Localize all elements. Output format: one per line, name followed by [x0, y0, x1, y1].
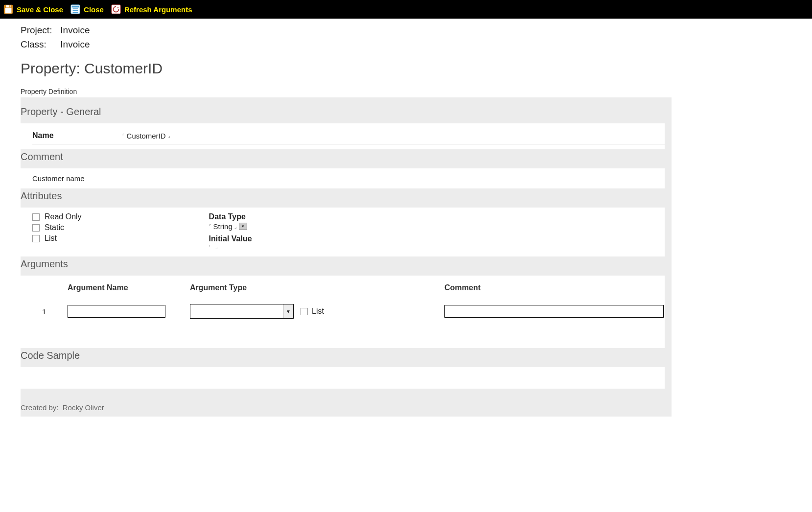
arguments-col-name: Argument Name	[68, 283, 190, 292]
argument-name-input[interactable]	[68, 305, 165, 318]
attributes-value-column: Data Type String ▼ Initial Value	[209, 212, 252, 250]
project-label: Project:	[21, 23, 58, 38]
bracket-close-icon	[168, 133, 170, 139]
comment-value: Customer name	[32, 174, 85, 183]
arguments-col-comment: Comment	[444, 283, 689, 292]
bracket-close-icon	[234, 224, 237, 229]
data-type-dropdown-icon[interactable]: ▼	[239, 223, 247, 230]
refresh-icon	[111, 4, 121, 15]
static-label: Static	[45, 223, 64, 232]
checkbox-icon	[301, 308, 308, 315]
name-row: Name CustomerID	[32, 128, 665, 144]
list-checkbox[interactable]: List	[32, 234, 82, 243]
created-by-line: Created by: Rocky Oliver	[21, 403, 672, 412]
project-value: Invoice	[60, 25, 90, 35]
bracket-close-icon	[215, 244, 218, 250]
svg-rect-1	[5, 8, 12, 13]
name-label: Name	[32, 131, 54, 140]
project-line: Project: Invoice	[21, 23, 672, 38]
argument-comment-input[interactable]	[444, 305, 664, 318]
attributes-checkbox-column: Read Only Static List	[32, 212, 82, 250]
svg-rect-5	[72, 6, 79, 8]
chevron-down-icon: ▼	[283, 304, 293, 318]
close-label: Close	[84, 5, 104, 14]
section-arguments-title: Arguments	[21, 258, 672, 270]
argument-list-label: List	[312, 307, 324, 316]
created-by-label: Created by:	[21, 403, 59, 412]
save-and-close-button[interactable]: Save & Close	[3, 4, 63, 15]
bracket-open-icon	[209, 244, 211, 250]
general-panel: Name CustomerID	[21, 123, 665, 149]
data-type-field[interactable]: String ▼	[209, 222, 252, 231]
property-definition-caption: Property Definition	[21, 88, 672, 95]
refresh-arguments-label: Refresh Arguments	[124, 5, 192, 14]
created-by-value: Rocky Oliver	[63, 403, 104, 412]
close-button[interactable]: Close	[70, 4, 104, 15]
data-type-value: String	[212, 222, 233, 231]
svg-rect-8	[73, 12, 78, 13]
svg-rect-6	[73, 8, 78, 9]
class-label: Class:	[21, 38, 58, 52]
class-line: Class: Invoice	[21, 38, 672, 52]
arguments-header-row: Argument Name Argument Type Comment	[32, 283, 665, 304]
page-body: Project: Invoice Class: Invoice Property…	[0, 19, 672, 436]
name-field[interactable]: CustomerID	[122, 132, 170, 140]
checkbox-icon	[32, 213, 40, 221]
svg-rect-7	[73, 10, 78, 11]
section-comment-title: Comment	[21, 151, 672, 163]
section-attributes-title: Attributes	[21, 190, 672, 202]
static-checkbox[interactable]: Static	[32, 223, 82, 232]
name-value: CustomerID	[126, 132, 167, 140]
checkbox-icon	[32, 224, 40, 232]
toolbar: Save & Close Close Refresh Arguments	[0, 0, 812, 19]
initial-value-label: Initial Value	[209, 234, 252, 243]
comment-panel[interactable]: Customer name	[21, 168, 665, 188]
class-value: Invoice	[60, 39, 90, 49]
sections-container: Property - General Name CustomerID Comme…	[21, 97, 672, 417]
save-close-icon	[3, 4, 14, 15]
refresh-arguments-button[interactable]: Refresh Arguments	[111, 4, 192, 15]
argument-type-select[interactable]: ▼	[190, 304, 294, 319]
argument-list-checkbox[interactable]: List	[301, 307, 324, 316]
attributes-panel: Read Only Static List Data Type String	[21, 208, 665, 256]
readonly-label: Read Only	[45, 212, 82, 221]
save-and-close-label: Save & Close	[17, 5, 63, 14]
code-sample-panel[interactable]	[21, 367, 665, 389]
data-type-label: Data Type	[209, 212, 252, 221]
arguments-col-type: Argument Type	[190, 283, 444, 292]
initial-value-field[interactable]	[209, 244, 252, 250]
svg-rect-2	[6, 5, 10, 8]
section-general-title: Property - General	[21, 106, 672, 117]
checkbox-icon	[32, 235, 40, 242]
svg-rect-3	[9, 5, 10, 8]
list-label: List	[45, 234, 57, 243]
readonly-checkbox[interactable]: Read Only	[32, 212, 82, 221]
section-code-sample-title: Code Sample	[21, 350, 672, 361]
bracket-open-icon	[122, 133, 125, 139]
bracket-open-icon	[209, 224, 211, 229]
arguments-panel: Argument Name Argument Type Comment 1 ▼	[21, 276, 665, 348]
argument-row: 1 ▼ List	[32, 304, 665, 319]
close-icon	[70, 4, 81, 15]
page-title: Property: CustomerID	[21, 60, 672, 77]
argument-index: 1	[32, 307, 68, 316]
